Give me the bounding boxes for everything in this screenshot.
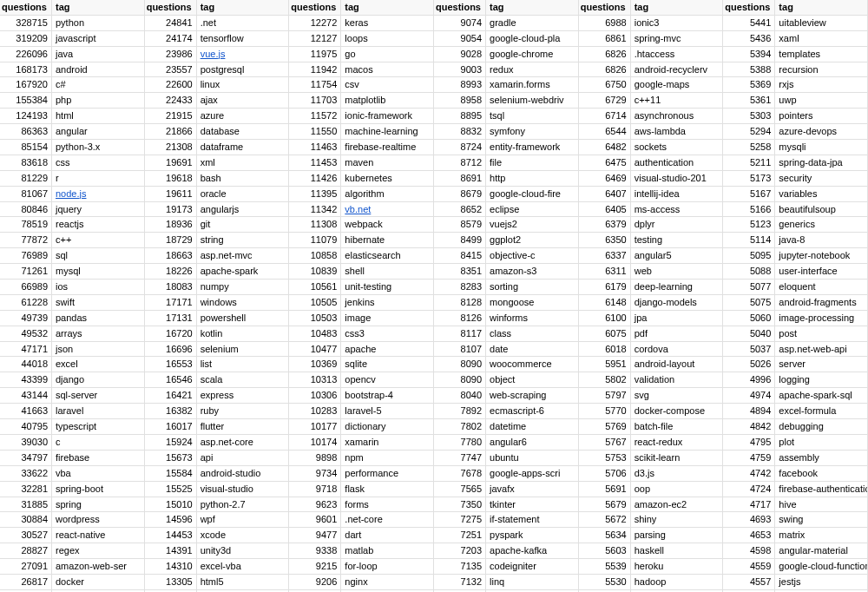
questions-column: questions1227212127119751194211754117031…: [289, 0, 341, 592]
questions-cell: 8579: [434, 217, 486, 233]
questions-cell: 8832: [434, 124, 486, 140]
questions-cell: 6861: [579, 31, 631, 47]
tag-column: tagkerasloopsgomacoscsvmatplotlibionic-f…: [341, 0, 434, 592]
questions-cell: 15924: [145, 435, 197, 451]
questions-cell: 13305: [145, 575, 197, 590]
questions-cell: 8958: [434, 93, 486, 109]
questions-cell: 44018: [0, 357, 52, 372]
questions-cell: 4724: [723, 482, 775, 497]
tag-link[interactable]: node.js: [56, 188, 86, 199]
questions-cell: 7780: [434, 435, 486, 451]
tag-cell: php: [52, 93, 145, 109]
tag-cell: asp.net-web-api: [775, 342, 868, 358]
questions-cell: 4996: [723, 372, 775, 388]
tag-cell: debugging: [775, 419, 868, 435]
questions-cell: 34797: [0, 451, 52, 466]
tag-cell: postgresql: [197, 62, 290, 78]
tag-cell: algorithm: [341, 187, 434, 202]
questions-cell: 11079: [289, 233, 341, 248]
questions-cell: 6075: [579, 326, 631, 342]
tag-cell: spring-mvc: [631, 31, 724, 47]
tag-cell: java: [52, 47, 145, 62]
questions-cell: 80846: [0, 202, 52, 218]
questions-cell: 7275: [434, 512, 486, 528]
tag-cell: javafx: [486, 482, 579, 497]
tag-cell: xamarin.forms: [486, 77, 579, 93]
tag-cell: azure: [197, 109, 290, 124]
tag-cell: ecmascript-6: [486, 404, 579, 419]
column-pair: questions6988686168266826675067296714654…: [579, 0, 724, 592]
questions-column: questions2484124174239862355722600224332…: [145, 0, 197, 592]
tag-cell: post: [775, 326, 868, 342]
tag-link[interactable]: vb.net: [345, 204, 371, 214]
tag-cell: facebook: [775, 466, 868, 482]
questions-cell: 11395: [289, 187, 341, 202]
tag-cell: c: [52, 435, 145, 451]
questions-cell: 16696: [145, 342, 197, 358]
tag-cell: tsql: [486, 109, 579, 124]
tag-cell: server: [775, 357, 868, 372]
questions-cell: 10505: [289, 295, 341, 311]
questions-cell: 319209: [0, 31, 52, 47]
tag-cell: javascript: [52, 31, 145, 47]
tag-cell: r: [52, 171, 145, 187]
tag-cell: dplyr: [631, 217, 724, 233]
questions-cell: 328715: [0, 16, 52, 31]
questions-cell: 16553: [145, 357, 197, 372]
tag-cell: flask: [341, 482, 434, 497]
questions-cell: 5173: [723, 171, 775, 187]
tag-cell: .net: [197, 16, 290, 31]
questions-cell: 10858: [289, 248, 341, 264]
questions-cell: 7350: [434, 497, 486, 513]
tag-cell: bootstrap-4: [341, 388, 434, 404]
tag-cell: validation: [631, 372, 724, 388]
questions-cell: 7135: [434, 559, 486, 575]
tag-cell: beautifulsoup: [775, 202, 868, 218]
questions-cell: 124193: [0, 109, 52, 124]
tag-cell: react-redux: [631, 435, 724, 451]
tag-cell: powershell: [197, 311, 290, 326]
questions-cell: 8712: [434, 155, 486, 171]
questions-cell: 14596: [145, 512, 197, 528]
questions-cell: 9718: [289, 482, 341, 497]
questions-cell: 6405: [579, 202, 631, 218]
column-pair: questions5441543653945388536953615303529…: [723, 0, 868, 592]
questions-cell: 6018: [579, 342, 631, 358]
questions-cell: 43144: [0, 388, 52, 404]
tag-cell: loops: [341, 31, 434, 47]
questions-column: questions3287153192092260961681731679201…: [0, 0, 52, 592]
tag-cell: asynchronous: [631, 109, 724, 124]
tag-cell: templates: [775, 47, 868, 62]
tag-cell: user-interface: [775, 264, 868, 280]
questions-cell: 61228: [0, 295, 52, 311]
questions-cell: 5075: [723, 295, 775, 311]
questions-cell: 8126: [434, 311, 486, 326]
questions-cell: 7203: [434, 543, 486, 559]
tag-cell: macos: [341, 62, 434, 78]
questions-cell: 28827: [0, 543, 52, 559]
questions-cell: 5753: [579, 451, 631, 466]
tag-cell: hive: [775, 497, 868, 513]
tag-cell: deep-learning: [631, 280, 724, 295]
tag-cell: generics: [775, 217, 868, 233]
tag-cell: eloquent: [775, 280, 868, 295]
questions-cell: 5294: [723, 124, 775, 140]
tag-cell: azure-devops: [775, 124, 868, 140]
tag-link[interactable]: vue.js: [201, 49, 226, 59]
tag-cell: unit-testing: [341, 280, 434, 295]
tag-cell: object: [486, 372, 579, 388]
questions-cell: 4557: [723, 575, 775, 590]
header-questions: questions: [723, 0, 775, 16]
questions-cell: 30527: [0, 528, 52, 543]
questions-cell: 30884: [0, 512, 52, 528]
tag-cell: selenium: [197, 342, 290, 358]
questions-cell: 11463: [289, 140, 341, 155]
questions-cell: 4693: [723, 512, 775, 528]
tag-cell: xml: [197, 155, 290, 171]
tag-cell: logging: [775, 372, 868, 388]
tag-cell: excel-formula: [775, 404, 868, 419]
questions-cell: 5603: [579, 543, 631, 559]
questions-cell: 155384: [0, 93, 52, 109]
questions-cell: 6311: [579, 264, 631, 280]
tag-cell: google-chrome: [486, 47, 579, 62]
